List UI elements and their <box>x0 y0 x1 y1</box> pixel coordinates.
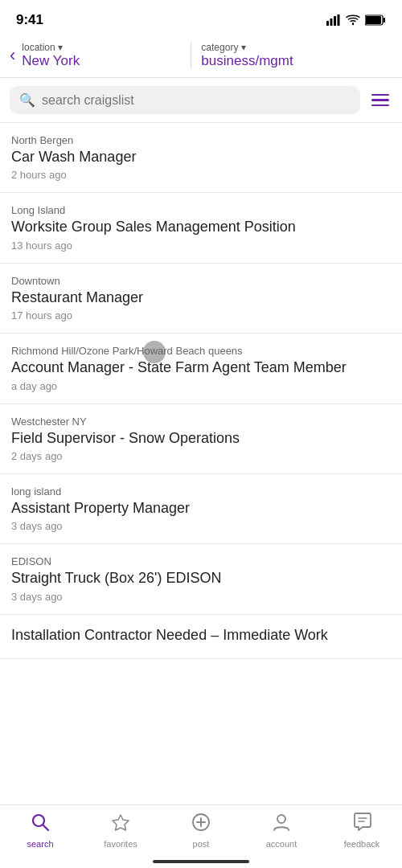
listing-title: Car Wash Manager <box>11 148 391 166</box>
nav-item-favorites[interactable]: favorites <box>80 812 161 849</box>
nav-label-post: post <box>193 839 210 849</box>
listing-time: 13 hours ago <box>11 240 391 252</box>
listing-location: long island <box>11 485 391 497</box>
svg-rect-7 <box>384 18 386 23</box>
nav-item-account[interactable]: account <box>241 812 322 849</box>
listing-time: 3 days ago <box>11 591 391 603</box>
listing-time: 3 days ago <box>11 520 391 532</box>
status-time: 9:41 <box>16 12 43 28</box>
listing-item[interactable]: Richmond Hill/Ozone Park/Howard Beach qu… <box>0 334 402 403</box>
nav-label-favorites: favorites <box>104 839 137 849</box>
hamburger-menu-icon[interactable] <box>368 91 392 110</box>
listing-location: EDISON <box>11 555 391 567</box>
svg-rect-0 <box>326 21 329 26</box>
listings-list: North BergenCar Wash Manager2 hours agoL… <box>0 123 402 659</box>
home-indicator <box>153 860 249 863</box>
vertical-divider <box>191 42 191 69</box>
search-nav-icon <box>30 812 51 836</box>
listing-time: 2 hours ago <box>11 169 391 181</box>
location-label: location ▾ <box>22 42 181 53</box>
battery-icon <box>365 14 386 26</box>
signal-icon <box>326 14 341 26</box>
listings-container: North BergenCar Wash Manager2 hours agoL… <box>0 123 402 723</box>
svg-point-4 <box>352 23 354 25</box>
listing-location: Long Island <box>11 204 391 216</box>
svg-rect-3 <box>338 14 340 26</box>
listing-item[interactable]: Installation Contractor Needed – Immedia… <box>0 615 402 659</box>
wifi-icon <box>346 14 360 26</box>
svg-marker-10 <box>113 815 129 830</box>
listing-location: Downtown <box>11 275 391 287</box>
account-nav-icon <box>271 812 292 836</box>
post-nav-icon <box>191 812 211 836</box>
back-button[interactable]: ‹ <box>10 42 15 69</box>
nav-item-search[interactable]: search <box>0 812 80 849</box>
svg-rect-2 <box>334 16 336 26</box>
search-input[interactable] <box>42 93 351 108</box>
svg-rect-6 <box>366 16 381 24</box>
svg-line-9 <box>43 825 49 831</box>
listing-time: 2 days ago <box>11 450 391 462</box>
listing-title: Restaurant Manager <box>11 289 391 307</box>
listing-item[interactable]: Long IslandWorksite Group Sales Manageme… <box>0 193 402 263</box>
search-input-wrapper[interactable]: 🔍 <box>10 86 360 114</box>
category-label: category ▾ <box>201 42 392 53</box>
listing-item[interactable]: North BergenCar Wash Manager2 hours ago <box>0 123 402 193</box>
nav-item-feedback[interactable]: feedback <box>322 812 402 849</box>
feedback-nav-icon <box>351 812 372 836</box>
location-value: New York <box>22 53 181 69</box>
category-section[interactable]: category ▾ business/mgmt <box>201 42 392 69</box>
listing-item[interactable]: EDISONStraight Truck (Box 26') EDISON3 d… <box>0 544 402 614</box>
listing-title: Account Manager - State Farm Agent Team … <box>11 358 391 377</box>
listing-item[interactable]: Westchester NYField Supervisor - Snow Op… <box>0 404 402 474</box>
nav-item-post[interactable]: post <box>161 812 241 849</box>
status-icons <box>326 14 386 26</box>
search-bar-container: 🔍 <box>0 78 402 123</box>
listing-title: Installation Contractor Needed – Immedia… <box>11 626 391 645</box>
listing-location: North Bergen <box>11 134 391 146</box>
listing-time: 17 hours ago <box>11 309 391 321</box>
listing-title: Straight Truck (Box 26') EDISON <box>11 569 391 588</box>
nav-label-feedback: feedback <box>344 839 380 849</box>
listing-title: Field Supervisor - Snow Operations <box>11 429 391 448</box>
listing-title: Worksite Group Sales Management Position <box>11 218 391 236</box>
bottom-nav: search favorites post account <box>0 805 402 868</box>
status-bar: 9:41 <box>0 0 402 35</box>
search-magnifier-icon: 🔍 <box>19 92 35 108</box>
favorites-nav-icon <box>110 812 131 836</box>
location-category-bar: ‹ location ▾ New York category ▾ busines… <box>0 35 402 78</box>
svg-rect-1 <box>330 18 333 26</box>
listing-location: Westchester NY <box>11 416 391 428</box>
listing-item[interactable]: long islandAssistant Property Manager3 d… <box>0 474 402 544</box>
listing-location: Richmond Hill/Ozone Park/Howard Beach qu… <box>11 345 391 357</box>
nav-label-account: account <box>266 839 297 849</box>
listing-title: Assistant Property Manager <box>11 499 391 518</box>
location-section[interactable]: location ▾ New York <box>22 42 181 69</box>
category-value: business/mgmt <box>201 53 392 69</box>
svg-point-14 <box>277 815 285 823</box>
listing-item[interactable]: DowntownRestaurant Manager17 hours ago <box>0 264 402 334</box>
nav-label-search: search <box>27 839 53 849</box>
listing-time: a day ago <box>11 380 391 392</box>
